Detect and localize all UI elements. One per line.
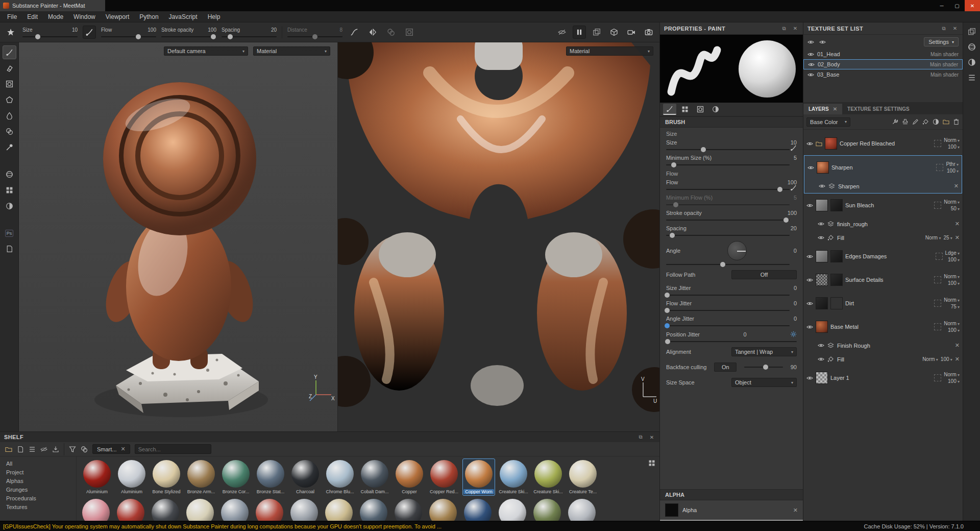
shelf-folder-icon[interactable] <box>5 446 12 453</box>
remove-effect-icon[interactable]: ✕ <box>954 183 959 189</box>
minimize-button[interactable]: ─ <box>934 0 949 11</box>
texture-set-row-base[interactable]: 03_Base Main shader <box>803 69 963 80</box>
stroke-opacity-slider[interactable]: Stroke opacity100 <box>660 207 803 223</box>
undock-icon[interactable]: ⧉ <box>637 434 644 440</box>
angle-jitter-slider[interactable]: Angle Jitter0 <box>660 313 803 328</box>
category-all[interactable]: All <box>6 460 76 468</box>
material-bone-stylized[interactable]: Bone Stylized <box>150 458 183 496</box>
smart-filter-tab[interactable]: Smart... ✕ <box>92 444 130 454</box>
flow-slider[interactable]: Flow100 <box>660 177 803 192</box>
size-slider[interactable]: Size10 <box>660 137 803 152</box>
toolbar-flow-slider[interactable]: Flow100 <box>101 27 156 37</box>
show-active-icon[interactable] <box>819 39 826 45</box>
layer-row-sharpen[interactable]: Sharpen Pthr 100 <box>804 156 962 179</box>
opacity-select[interactable]: 25 <box>943 235 952 240</box>
eye-icon[interactable] <box>819 183 825 189</box>
mask-placeholder[interactable] <box>934 276 941 283</box>
projection-tool[interactable] <box>3 77 16 91</box>
remove-effect-icon[interactable]: ✕ <box>955 221 960 227</box>
undock-icon[interactable]: ⧉ <box>940 26 947 32</box>
mask-placeholder[interactable] <box>936 253 943 260</box>
material-sphere[interactable] <box>117 499 144 521</box>
tab-texture-set-settings[interactable]: TEXTURE SET SETTINGS <box>842 104 915 114</box>
add-group-icon[interactable] <box>943 118 949 125</box>
effects-icon[interactable] <box>3 199 16 213</box>
eye-icon[interactable] <box>807 71 814 78</box>
opacity-select[interactable]: 100 <box>948 257 960 262</box>
remove-effect-icon[interactable]: ✕ <box>955 356 960 363</box>
close-panel-icon[interactable]: ✕ <box>792 26 799 31</box>
material-copper-worn[interactable]: Copper Worn <box>462 458 495 496</box>
display-settings-icon[interactable] <box>968 28 976 36</box>
falloff-curve-icon[interactable] <box>348 26 361 39</box>
remove-effect-icon[interactable]: ✕ <box>955 342 960 349</box>
material-sphere[interactable] <box>429 499 457 521</box>
eye-icon[interactable] <box>818 342 824 349</box>
filter-tab-close-icon[interactable]: ✕ <box>121 446 126 452</box>
tab-alpha[interactable] <box>678 104 692 115</box>
category-grunges[interactable]: Grunges <box>6 486 76 494</box>
material-copper-red[interactable]: Copper Red... <box>428 458 460 496</box>
menu-file[interactable]: File <box>2 11 22 22</box>
photoshop-export-icon[interactable]: Ps <box>3 226 16 240</box>
blend-mode-select[interactable]: Norm <box>925 235 941 240</box>
menu-window[interactable]: Window <box>68 11 101 22</box>
follow-path-toggle[interactable]: Off <box>731 270 797 279</box>
symmetry-icon[interactable] <box>366 26 379 39</box>
material-sphere[interactable] <box>186 499 214 521</box>
toolbar-opacity-slider[interactable]: Stroke opacity100 <box>161 27 216 37</box>
mask-placeholder[interactable] <box>934 323 941 330</box>
opacity-select[interactable]: 100 <box>941 356 952 362</box>
opacity-select[interactable]: 100 <box>948 144 960 150</box>
blend-mode-select[interactable]: Norm <box>944 274 960 279</box>
menu-viewport[interactable]: Viewport <box>101 11 134 22</box>
menu-edit[interactable]: Edit <box>22 11 43 22</box>
tab-stencil[interactable] <box>694 104 707 115</box>
backface-culling-toggle[interactable]: On <box>714 363 737 372</box>
opacity-select[interactable]: 50 <box>951 206 960 211</box>
angle-dial[interactable] <box>727 241 747 260</box>
position-jitter-slider[interactable]: Position Jitter0 <box>660 328 803 344</box>
blend-mode-select[interactable]: Norm <box>944 372 960 377</box>
material-sphere[interactable] <box>360 499 387 521</box>
menu-javascript[interactable]: JavaScript <box>164 11 203 22</box>
menu-python[interactable]: Python <box>134 11 163 22</box>
mask-placeholder[interactable] <box>934 140 941 147</box>
eye-icon[interactable] <box>806 277 813 283</box>
brush-preset-button[interactable] <box>83 26 96 39</box>
eye-icon[interactable] <box>808 61 815 68</box>
material-chrome-blue[interactable]: Chrome Blu... <box>324 458 356 496</box>
blend-mode-select[interactable]: Norm <box>922 356 938 362</box>
flow-jitter-slider[interactable]: Flow Jitter0 <box>660 298 803 313</box>
add-resource-icon[interactable] <box>17 446 24 453</box>
material-sphere[interactable] <box>533 499 561 521</box>
stencil-icon[interactable] <box>4 26 17 39</box>
material-sphere[interactable] <box>325 499 353 521</box>
effect-row-finish-rough[interactable]: finish_rough ✕ <box>803 217 963 231</box>
category-procedurals[interactable]: Procedurals <box>6 494 76 503</box>
layer-row-base-metal[interactable]: Base Metal Norm 100 <box>803 315 963 339</box>
layer-row-edges-damages[interactable]: Edges Damages Ldge 100 <box>803 245 963 268</box>
material-sphere[interactable] <box>499 499 526 521</box>
material-charcoal[interactable]: Charcoal <box>289 458 322 496</box>
blend-mode-select[interactable]: Pthr <box>946 161 959 167</box>
add-paint-layer-icon[interactable] <box>912 118 919 125</box>
material-sphere[interactable] <box>395 499 422 521</box>
opacity-select[interactable]: 100 <box>948 327 960 333</box>
category-textures[interactable]: Textures <box>6 503 76 512</box>
eye-icon[interactable] <box>818 234 824 241</box>
mask-placeholder[interactable] <box>934 374 941 381</box>
material-bronze-statue[interactable]: Bronze Stat... <box>254 458 287 496</box>
add-mask-icon[interactable] <box>922 118 929 125</box>
effect-row-sharpen[interactable]: Sharpen ✕ <box>804 179 962 193</box>
eye-icon[interactable] <box>806 300 813 307</box>
size-jitter-slider[interactable]: Size Jitter0 <box>660 282 803 298</box>
lazy-mouse-icon[interactable] <box>384 26 398 39</box>
spacing-slider[interactable]: Spacing20 <box>660 223 803 238</box>
material-creature-skin-2[interactable]: Creature Ski... <box>532 458 565 496</box>
flow-pen-icon[interactable] <box>790 184 797 191</box>
eye-icon[interactable] <box>807 164 814 171</box>
minimum-flow-slider[interactable]: Minimum Flow (%)5 <box>660 192 803 207</box>
grid-view-icon[interactable] <box>648 460 655 467</box>
opacity-select[interactable]: 100 <box>947 168 959 174</box>
